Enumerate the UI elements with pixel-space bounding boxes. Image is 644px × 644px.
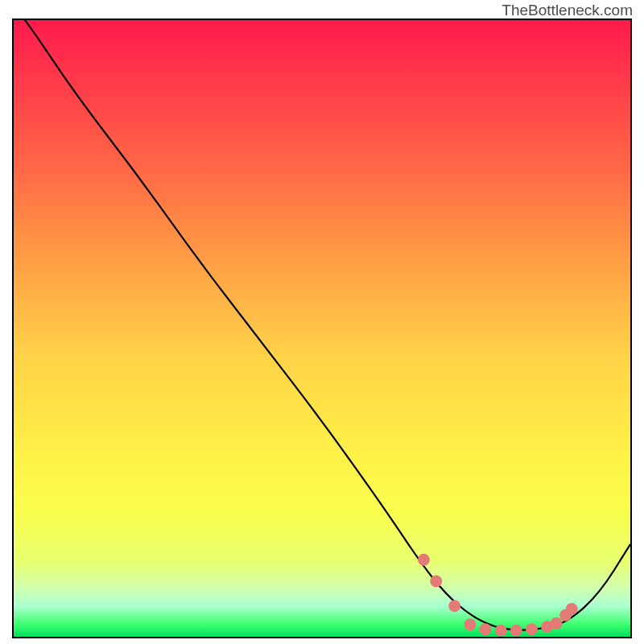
curve-marker	[448, 600, 460, 612]
curve-marker	[510, 625, 522, 637]
curve-marker	[526, 623, 538, 635]
plot-area	[12, 19, 632, 638]
bottleneck-curve	[14, 20, 630, 630]
watermark-text: TheBottleneck.com	[502, 2, 633, 19]
curve-marker	[480, 623, 492, 635]
curve-marker	[418, 554, 430, 566]
curve-layer	[14, 20, 630, 637]
curve-marker	[495, 625, 507, 637]
curve-marker	[566, 603, 578, 615]
curve-markers	[418, 554, 578, 637]
chart-container: TheBottleneck.com	[0, 0, 644, 644]
curve-marker	[430, 576, 442, 588]
curve-marker	[551, 617, 563, 630]
curve-marker	[464, 618, 476, 630]
